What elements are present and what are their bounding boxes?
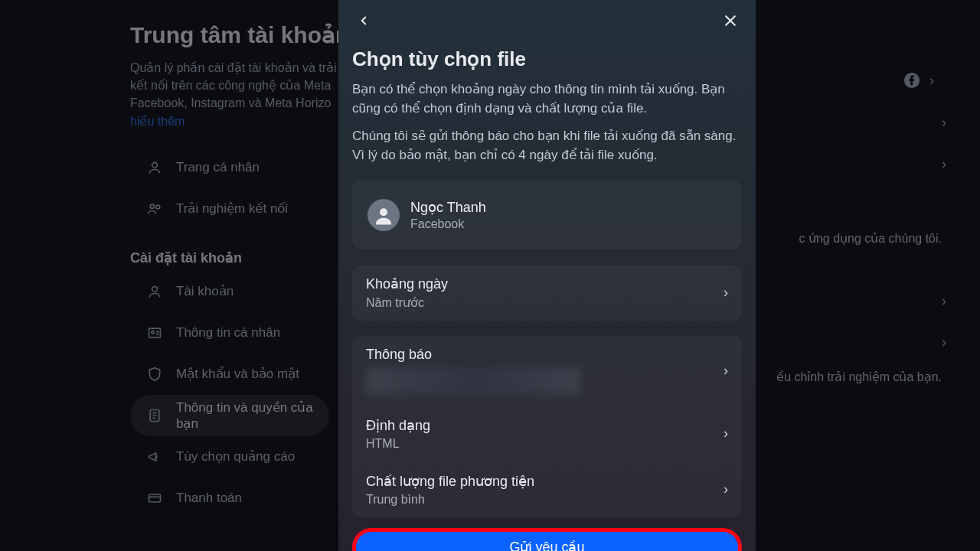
option-value: HTML (366, 437, 430, 451)
people-icon (147, 201, 162, 217)
back-button[interactable] (352, 9, 375, 32)
chevron-left-icon (357, 14, 371, 28)
sidebar-item-profile[interactable]: Trang cá nhân (130, 147, 329, 188)
sidebar-item-connected[interactable]: Trải nghiệm kết nối (130, 188, 329, 230)
sidebar-item-password-security[interactable]: Mật khẩu và bảo mật (130, 354, 329, 395)
notify-row[interactable]: Thông báo › (352, 336, 742, 406)
submit-request-button[interactable]: Gửi yêu cầu (352, 530, 742, 551)
modal-description-1: Bạn có thể chọn khoảng ngày cho thông ti… (352, 80, 739, 118)
sidebar-item-your-info[interactable]: Thông tin và quyền của bạn (130, 395, 329, 436)
option-label: Thông báo (366, 347, 580, 363)
person-icon (372, 204, 395, 227)
sidebar-item-personal-info[interactable]: Thông tin cá nhân (130, 312, 329, 354)
shield-icon (147, 367, 162, 382)
chevron-right-icon: › (929, 73, 934, 89)
option-label: Định dạng (366, 417, 430, 434)
sidebar-item-ad-preferences[interactable]: Tùy chọn quảng cáo (130, 436, 329, 478)
option-value: Trung bình (366, 493, 534, 507)
date-range-row[interactable]: Khoảng ngày Năm trước › (352, 265, 742, 321)
sidebar-item-accounts[interactable]: Tài khoản (130, 271, 329, 312)
profile-platform: Facebook (410, 217, 486, 231)
chevron-right-icon: › (724, 425, 728, 442)
options-group: Thông báo › Định dạng HTML › Chất lượng … (352, 336, 742, 517)
option-label: Chất lượng file phương tiện (366, 473, 534, 490)
modal-title: Chọn tùy chọn file (352, 47, 742, 71)
chevron-right-icon: › (724, 481, 728, 497)
credit-card-icon (147, 491, 162, 506)
id-card-icon (147, 325, 162, 341)
chevron-right-icon: › (724, 285, 728, 301)
learn-more-link[interactable]: hiểu thêm (130, 115, 185, 128)
svg-rect-4 (149, 328, 161, 337)
svg-rect-7 (149, 494, 161, 502)
file-options-modal: Chọn tùy chọn file Bạn có thể chọn khoản… (338, 0, 756, 551)
facebook-logo-icon: › (903, 72, 934, 89)
truncated-text: c ứng dụng của chúng tôi. (799, 231, 942, 246)
modal-description-2: Chúng tôi sẽ gửi thông báo cho bạn khi f… (352, 127, 739, 165)
close-icon (723, 13, 738, 28)
person-icon (147, 160, 162, 175)
option-label: Khoảng ngày (366, 276, 448, 292)
profile-card: Ngọc Thanh Facebook (352, 181, 742, 249)
profile-name: Ngọc Thanh (410, 199, 486, 216)
media-quality-row[interactable]: Chất lượng file phương tiện Trung bình › (352, 461, 742, 517)
chevron-right-icon: › (942, 293, 946, 309)
chevron-right-icon: › (724, 363, 728, 379)
svg-point-0 (152, 162, 158, 168)
chevron-right-icon: › (942, 334, 946, 350)
chevron-right-icon: › (942, 115, 946, 131)
truncated-text: ều chỉnh trải nghiệm của bạn. (776, 370, 942, 384)
megaphone-icon (147, 449, 162, 465)
svg-point-5 (152, 331, 154, 333)
option-value: Năm trước (366, 295, 448, 310)
svg-point-11 (380, 208, 387, 216)
svg-point-1 (150, 204, 154, 208)
chevron-right-icon: › (942, 156, 946, 172)
sidebar-item-payments[interactable]: Thanh toán (130, 478, 329, 519)
svg-point-3 (152, 286, 158, 292)
svg-point-2 (156, 205, 160, 209)
document-icon (147, 408, 162, 423)
date-range-option: Khoảng ngày Năm trước › (352, 265, 742, 321)
redacted-content (366, 367, 580, 395)
accounts-icon (147, 284, 162, 299)
format-row[interactable]: Định dạng HTML › (352, 406, 742, 461)
close-button[interactable] (719, 9, 742, 32)
avatar (368, 199, 400, 231)
